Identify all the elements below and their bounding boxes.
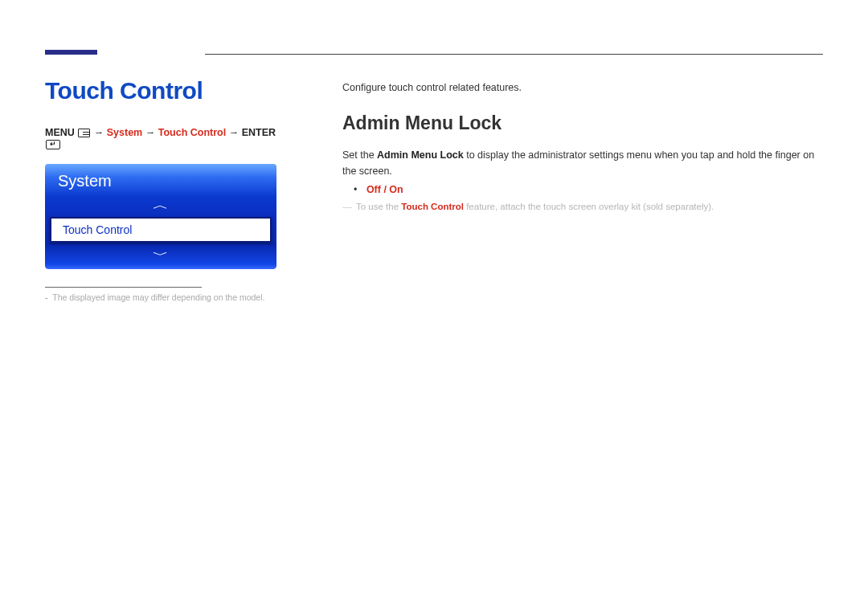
- osd-selected-label: Touch Control: [50, 217, 272, 243]
- breadcrumb-arrow: →: [145, 127, 158, 138]
- option-sep: /: [381, 184, 389, 195]
- page-title: Touch Control: [45, 77, 286, 104]
- note-prefix: To use the: [356, 202, 401, 211]
- right-column: Configure touch control related features…: [318, 77, 823, 302]
- footnote: - The displayed image may differ dependi…: [45, 292, 286, 302]
- osd-panel: System ︿ Touch Control ﹀: [45, 164, 276, 269]
- osd-down-arrow-row[interactable]: ﹀: [45, 245, 276, 269]
- footnote-text: The displayed image may differ depending…: [52, 292, 264, 302]
- osd-selected-row[interactable]: Touch Control: [45, 215, 276, 245]
- note-suffix: feature, attach the touch screen overlay…: [464, 202, 714, 211]
- section-title: Admin Menu Lock: [342, 112, 823, 134]
- option-line: • Off / On: [354, 184, 823, 195]
- accent-bar: [45, 50, 97, 55]
- enter-icon: [46, 140, 60, 149]
- footnote-dash: -: [45, 292, 48, 302]
- breadcrumb-system: System: [107, 127, 142, 138]
- note-dash: ―: [342, 202, 354, 211]
- bullet-icon: •: [354, 184, 357, 195]
- header-rule: [205, 54, 823, 55]
- intro-text: Configure touch control related features…: [342, 82, 823, 93]
- footnote-separator: [45, 287, 202, 288]
- option-on: On: [389, 184, 403, 195]
- page-content: Touch Control MENU → System → Touch Cont…: [0, 0, 868, 302]
- description: Set the Admin Menu Lock to display the a…: [342, 147, 823, 179]
- breadcrumb-menu-label: MENU: [45, 127, 75, 138]
- breadcrumb: MENU → System → Touch Control → ENTER: [45, 127, 286, 149]
- left-column: Touch Control MENU → System → Touch Cont…: [45, 77, 318, 302]
- breadcrumb-touch: Touch Control: [158, 127, 226, 138]
- chevron-up-icon: ︿: [153, 197, 169, 213]
- breadcrumb-enter-label: ENTER: [242, 127, 276, 138]
- osd-up-arrow-row[interactable]: ︿: [45, 197, 276, 215]
- menu-icon: [78, 129, 90, 137]
- note-bold: Touch Control: [401, 202, 464, 211]
- breadcrumb-arrow: →: [229, 127, 242, 138]
- osd-header: System: [45, 164, 276, 197]
- breadcrumb-arrow: →: [94, 127, 107, 138]
- desc-bold: Admin Menu Lock: [377, 149, 464, 161]
- option-off: Off: [366, 184, 381, 195]
- note-line: ― To use the Touch Control feature, atta…: [342, 202, 823, 211]
- desc-prefix: Set the: [342, 149, 377, 161]
- chevron-down-icon: ﹀: [153, 245, 169, 264]
